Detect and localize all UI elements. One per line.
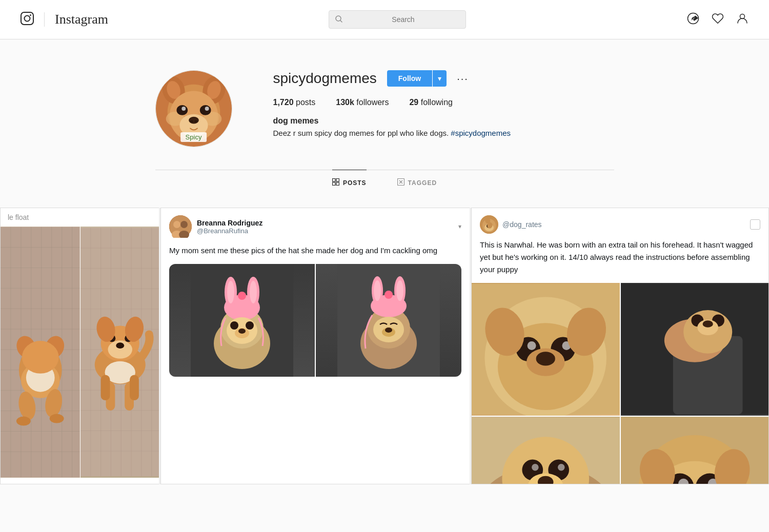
tweet-body: My mom sent me these pics of the hat she… — [161, 243, 470, 264]
svg-rect-91 — [130, 375, 139, 401]
posts-stat: 1,720 posts — [273, 98, 316, 107]
svg-point-108 — [246, 321, 254, 330]
profile-icon[interactable] — [736, 12, 748, 27]
dr-photo-3 — [472, 417, 619, 484]
svg-point-154 — [558, 463, 565, 470]
tabs-section: POSTS TAGGED — [155, 170, 614, 195]
followers-count: 130k — [336, 98, 354, 107]
dog-images-container — [1, 227, 159, 478]
bio-description: Deez r sum spicy dog memes for ppl who l… — [273, 129, 449, 137]
svg-point-119 — [385, 291, 393, 299]
svg-point-94 — [180, 221, 188, 228]
posts-grid: le float — [0, 208, 769, 484]
search-icon — [335, 15, 342, 24]
avatar-wrapper: Spicy — [155, 70, 232, 147]
svg-point-19 — [190, 120, 193, 122]
tweet-photo-left — [169, 264, 315, 377]
tweet-header: Breanna Rodriguez @BreannaRufina ▾ — [161, 208, 470, 243]
avatar-label: Spicy — [180, 132, 207, 142]
more-options-button[interactable]: ··· — [457, 73, 469, 84]
tab-posts[interactable]: POSTS — [332, 170, 367, 195]
bio-text: Deez r sum spicy dog memes for ppl who l… — [273, 128, 614, 139]
svg-rect-26 — [336, 179, 339, 182]
svg-point-110 — [238, 329, 246, 334]
followers-stat: 130k followers — [336, 98, 389, 107]
svg-point-147 — [702, 320, 713, 328]
instagram-wordmark: Instagram — [55, 12, 108, 27]
dog-rates-header: @dog_rates — [472, 208, 768, 239]
username-row: spicydogmemes Follow ▾ ··· — [273, 70, 614, 87]
followers-label: followers — [356, 98, 389, 107]
profile-username: spicydogmemes — [273, 70, 377, 87]
dog-rates-avatar — [480, 215, 498, 234]
tagged-tab-label: TAGGED — [408, 179, 437, 187]
svg-rect-25 — [332, 179, 335, 182]
search-input[interactable] — [347, 15, 459, 24]
following-label: following — [421, 98, 453, 107]
dr-photo-4 — [621, 417, 768, 484]
tweet-username: Breanna Rodriguez — [197, 219, 458, 227]
checkbox-icon[interactable] — [750, 219, 760, 230]
search-area — [108, 10, 687, 29]
post-card-middle: Breanna Rodriguez @BreannaRufina ▾ My mo… — [160, 208, 470, 484]
follow-button[interactable]: Follow — [387, 70, 432, 87]
card-header-text: le float — [1, 208, 159, 227]
svg-point-24 — [205, 107, 209, 111]
svg-line-4 — [340, 21, 342, 22]
bio-name: dog memes — [273, 116, 614, 126]
svg-point-104 — [250, 281, 257, 303]
tweet-chevron-icon[interactable]: ▾ — [458, 223, 461, 230]
tweet-photo-grid — [169, 264, 461, 377]
header-nav-icons — [687, 12, 748, 27]
tweet-user-avatar — [169, 215, 192, 238]
svg-point-134 — [528, 341, 536, 350]
grid-icon — [332, 178, 339, 187]
dr-photo-1 — [472, 283, 619, 416]
posts-tab-label: POSTS — [343, 179, 367, 187]
svg-point-23 — [181, 107, 186, 111]
svg-point-21 — [176, 105, 188, 115]
svg-point-103 — [227, 281, 234, 303]
svg-point-137 — [536, 352, 555, 365]
svg-point-20 — [194, 120, 197, 122]
dog-rates-photo-grid — [472, 283, 768, 437]
svg-rect-90 — [100, 375, 110, 401]
tweet-photo-right — [316, 264, 461, 377]
following-stat: 29 following — [409, 98, 453, 107]
svg-rect-27 — [332, 182, 335, 186]
tab-tagged[interactable]: TAGGED — [397, 170, 437, 195]
activity-heart-icon[interactable] — [712, 12, 724, 27]
follow-dropdown-button[interactable]: ▾ — [432, 70, 447, 87]
svg-rect-28 — [336, 182, 339, 186]
svg-point-105 — [238, 292, 246, 300]
svg-rect-0 — [21, 12, 33, 25]
tweet-user-info: Breanna Rodriguez @BreannaRufina — [197, 219, 458, 235]
explore-icon[interactable] — [687, 12, 699, 27]
instagram-camera-icon — [21, 12, 34, 27]
bio-hashtag[interactable]: #spicydogmemes — [451, 129, 511, 137]
follow-button-group: Follow ▾ — [387, 70, 447, 87]
search-box[interactable] — [329, 10, 466, 29]
logo-link[interactable]: Instagram — [21, 12, 108, 27]
logo-divider — [44, 12, 45, 27]
svg-point-118 — [396, 280, 403, 301]
profile-stats: 1,720 posts 130k followers 29 following — [273, 98, 614, 107]
profile-container: Spicy spicydogmemes Follow ▾ ··· 1,720 p… — [145, 39, 624, 208]
post-card-left: le float — [0, 208, 159, 484]
svg-point-22 — [199, 105, 211, 115]
dr-photo-2 — [621, 283, 768, 416]
svg-point-83 — [116, 342, 124, 349]
chevron-down-icon: ▾ — [438, 74, 441, 83]
corgi-image-right — [80, 227, 159, 478]
following-count: 29 — [409, 98, 418, 107]
partial-text: le float — [8, 213, 29, 221]
svg-point-117 — [374, 280, 381, 301]
svg-point-18 — [189, 117, 199, 124]
profile-info: spicydogmemes Follow ▾ ··· 1,720 posts 1… — [273, 70, 614, 139]
dog-rates-body-text: This is Narwhal. He was born with an ext… — [472, 239, 768, 283]
svg-point-56 — [50, 414, 64, 423]
svg-point-2 — [30, 14, 31, 16]
main-header: Instagram — [0, 0, 769, 39]
svg-point-1 — [25, 16, 30, 22]
svg-point-153 — [532, 463, 539, 470]
